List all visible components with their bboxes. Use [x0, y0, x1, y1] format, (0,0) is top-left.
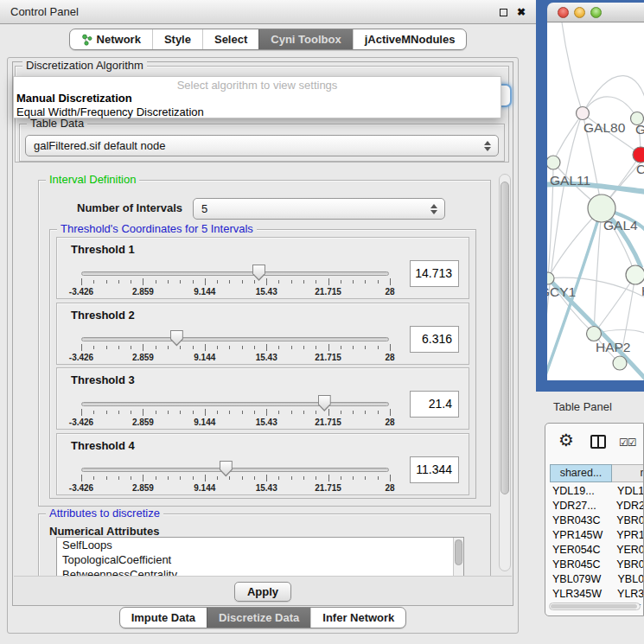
table-header-row: shared... na [550, 464, 644, 482]
table-data-combobox[interactable]: galFiltered.sif default node [25, 135, 499, 156]
threshold-label: Threshold 2 [71, 309, 135, 322]
attribute-list-item[interactable]: TopologicalCoefficient [57, 552, 463, 567]
threshold-value-field[interactable]: 21.4 [410, 391, 459, 418]
tab-infer-network[interactable]: Infer Network [310, 608, 405, 628]
attributes-list-scrollbar[interactable] [453, 538, 463, 576]
table-row[interactable]: YDR27...YDR2 [550, 499, 643, 513]
attributes-section: Attributes to discretize Numerical Attri… [38, 513, 491, 576]
discretization-content: Discretization Algorithm Table Data galF… [12, 61, 513, 606]
table-row[interactable]: YPR145WYPR1 [550, 528, 643, 543]
node-h[interactable] [626, 265, 644, 284]
settings-scrollbar[interactable] [499, 174, 511, 571]
network-icon [81, 34, 92, 46]
column-header-shared-name[interactable]: shared... [550, 464, 612, 482]
slider-ticks [81, 344, 390, 352]
interval-definition-label: Interval Definition [46, 174, 139, 186]
select-columns-checkboxes-icon[interactable]: ☑☑ [619, 437, 636, 449]
dropdown-option[interactable]: Manual Discretization [16, 92, 498, 105]
tab-discretize-data[interactable]: Discretize Data [207, 608, 310, 628]
number-of-intervals-combobox[interactable]: 5 [193, 198, 445, 220]
node-red-selected[interactable] [633, 147, 644, 163]
tab-cyni-toolbox[interactable]: Cyni Toolbox [258, 29, 352, 49]
tab-style[interactable]: Style [152, 29, 202, 49]
attribute-list-item[interactable]: SelfLoops [57, 538, 463, 552]
attribute-list-item[interactable]: BetweennessCentrality [57, 567, 463, 576]
slider-track[interactable] [81, 337, 389, 341]
close-icon[interactable]: ✖ [517, 0, 526, 24]
algorithm-section-label: Discretization Algorithm [22, 60, 147, 72]
tab-network[interactable]: Network [70, 29, 152, 49]
table-row[interactable]: YBL079WYBL0 [550, 572, 643, 587]
numerical-attributes-label: Numerical Attributes [49, 525, 159, 538]
settings-scroll-panel: Interval Definition Number of Intervals … [14, 169, 512, 576]
node-label-top-right: GA [635, 122, 644, 137]
slider-scale-labels: -3.4262.8599.14415.4321.71528 [81, 287, 390, 297]
threshold-label: Threshold 4 [71, 439, 135, 452]
interval-definition-section: Interval Definition Number of Intervals … [38, 180, 491, 507]
threshold-panel-4: Threshold 4-3.4262.8599.14415.4321.71528… [56, 433, 469, 495]
node-gal80[interactable] [577, 107, 590, 120]
threshold-panel-2: Threshold 2-3.4262.8599.14415.4321.71528… [56, 303, 469, 365]
threshold-panel-1: Threshold 1-3.4262.8599.14415.4321.71528… [56, 237, 469, 299]
threshold-value-field[interactable]: 11.344 [410, 456, 459, 483]
slider-track[interactable] [81, 271, 389, 276]
dropdown-option[interactable]: Equal Width/Frequency Discretization [16, 105, 498, 119]
zoom-traffic-light[interactable] [590, 7, 602, 18]
slider-ticks [81, 475, 390, 482]
bottom-tabbar: Impute DataDiscretize DataInfer Network [8, 607, 518, 628]
table-row[interactable]: YBR045CYBR0 [550, 558, 643, 572]
column-header-name[interactable]: na [612, 464, 644, 482]
apply-button[interactable]: Apply [234, 582, 291, 602]
threshold-value-field[interactable]: 6.316 [410, 326, 459, 353]
node-label-hap2: HAP2 [596, 340, 631, 354]
close-traffic-light[interactable] [558, 7, 569, 18]
slider-track[interactable] [81, 468, 389, 472]
combo-stepper-icon [484, 136, 491, 156]
table-panel-header: Table Panel [536, 392, 644, 423]
node-hap2[interactable] [587, 327, 602, 341]
number-of-intervals-value: 5 [201, 202, 207, 215]
node-gcy1[interactable] [547, 272, 554, 284]
attributes-section-label: Attributes to discretize [46, 507, 163, 520]
tab-impute-data[interactable]: Impute Data [120, 608, 207, 628]
table-row[interactable]: YBR043CYBR0 [550, 513, 643, 528]
node-label-gal11: GAL11 [550, 173, 590, 188]
node-label-gcy1: GCY1 [547, 284, 576, 299]
table-row[interactable]: YLR345WYLR3 [550, 587, 643, 602]
table-row[interactable]: YER054CYER0 [550, 543, 643, 558]
numerical-attributes-list[interactable]: SelfLoopsTopologicalCoefficientBetweenne… [56, 537, 464, 576]
panel-title: Control Panel [10, 0, 79, 24]
dropdown-prompt: Select algorithm to view settings [14, 79, 501, 92]
slider-scale-labels: -3.4262.8599.14415.4321.71528 [81, 418, 390, 428]
network-canvas[interactable]: GAL80 GA C GAL11 GAL4 H GCY1 HAP2 [547, 22, 644, 380]
top-tabbar: NetworkStyleSelectCyni ToolboxjActiveMNo… [0, 29, 536, 50]
threshold-value-field[interactable]: 14.713 [410, 260, 459, 287]
control-panel-titlebar: Control Panel ✖ [0, 0, 536, 24]
tab-jactivemnodules[interactable]: jActiveMNodules [353, 29, 467, 49]
float-window-icon[interactable] [500, 9, 507, 16]
node-bottom[interactable] [613, 356, 627, 370]
number-of-intervals-label: Number of Intervals [77, 201, 182, 214]
thresholds-section: Threshold's Coordinates for 5 Intervals … [49, 229, 476, 499]
table-rows: YDL19...YDL1YDR27...YDR2YBR043CYBR0YPR14… [550, 484, 643, 605]
minimize-traffic-light[interactable] [574, 7, 585, 18]
algorithm-dropdown-popup: Select algorithm to view settings Manual… [13, 76, 501, 118]
slider-scale-labels: -3.4262.8599.14415.4321.71528 [81, 353, 390, 363]
split-columns-icon[interactable] [590, 435, 606, 449]
threshold-label: Threshold 1 [71, 243, 135, 256]
thresholds-section-label: Threshold's Coordinates for 5 Intervals [57, 223, 257, 235]
table-horizontal-scrollbar[interactable] [549, 603, 641, 610]
slider-track[interactable] [81, 402, 389, 406]
node-label-gal80: GAL80 [583, 120, 626, 135]
gear-icon[interactable]: ⚙ [558, 430, 574, 450]
threshold-panel-3: Threshold 3-3.4262.8599.14415.4321.71528… [56, 367, 469, 430]
table-row[interactable]: YDL19...YDL1 [550, 484, 643, 499]
node-label-gal4: GAL4 [603, 218, 638, 233]
node-label-red: C [636, 162, 644, 176]
tab-select[interactable]: Select [202, 29, 258, 49]
slider-ticks [81, 278, 390, 286]
node-gal11[interactable] [547, 156, 560, 169]
cyni-toolbox-panel: Discretization Algorithm Table Data galF… [7, 57, 519, 634]
network-window-titlebar[interactable] [547, 3, 644, 22]
table-data-value: galFiltered.sif default node [34, 139, 165, 152]
